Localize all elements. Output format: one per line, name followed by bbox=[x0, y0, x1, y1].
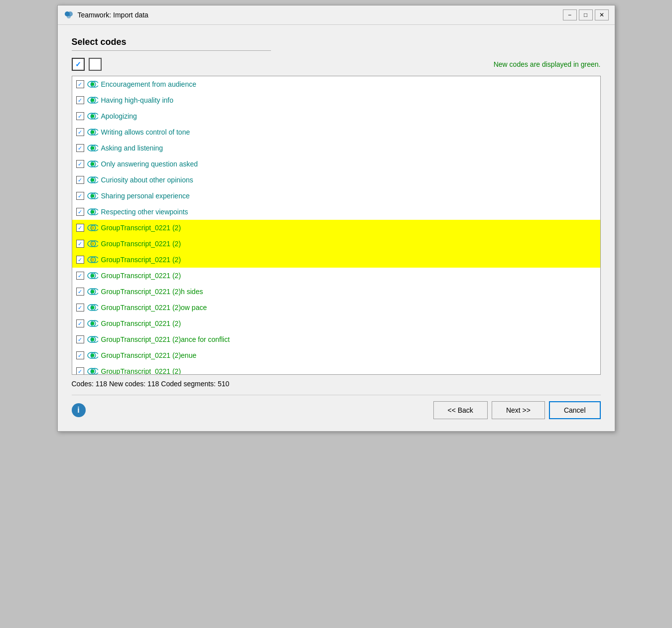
svg-point-8 bbox=[91, 99, 94, 102]
list-item-checkbox[interactable]: ✓ bbox=[76, 80, 84, 88]
back-button[interactable]: << Back bbox=[433, 401, 488, 419]
list-item-checkbox[interactable]: ✓ bbox=[76, 224, 84, 232]
code-icon bbox=[87, 367, 98, 375]
code-icon bbox=[87, 207, 98, 216]
list-item-text: GroupTranscript_0221 (2)ow pace bbox=[101, 304, 207, 312]
list-item[interactable]: ✓ Respecting other viewpoints bbox=[72, 204, 600, 220]
list-item-checkbox[interactable]: ✓ bbox=[76, 335, 84, 343]
code-icon bbox=[87, 144, 98, 153]
svg-point-38 bbox=[91, 258, 94, 262]
list-item-text: Writing allows control of tone bbox=[101, 128, 190, 136]
title-bar: Teamwork: Import data − □ ✕ bbox=[58, 5, 615, 25]
list-item-text: GroupTranscript_0221 (2)ance for conflic… bbox=[101, 335, 230, 343]
list-item[interactable]: ✓ GroupTranscript_0221 (2) bbox=[72, 236, 600, 252]
code-icon bbox=[87, 351, 98, 360]
list-item-checkbox[interactable]: ✓ bbox=[76, 96, 84, 104]
svg-point-41 bbox=[91, 274, 94, 278]
list-item-text: Respecting other viewpoints bbox=[101, 208, 188, 216]
close-button[interactable]: ✕ bbox=[595, 9, 609, 20]
svg-point-44 bbox=[91, 290, 94, 294]
list-item[interactable]: ✓ GroupTranscript_0221 (2)h sides bbox=[72, 284, 600, 300]
info-icon[interactable]: i bbox=[72, 403, 86, 417]
deselect-all-button[interactable] bbox=[89, 58, 102, 71]
toolbar: New codes are displayed in green. bbox=[72, 58, 601, 71]
code-icon bbox=[87, 175, 98, 184]
list-item-checkbox[interactable]: ✓ bbox=[76, 144, 84, 152]
list-item-checkbox[interactable]: ✓ bbox=[76, 112, 84, 120]
list-item-text: Having high-quality info bbox=[101, 96, 174, 104]
code-icon bbox=[87, 191, 98, 200]
list-item-checkbox[interactable]: ✓ bbox=[76, 240, 84, 248]
section-divider bbox=[72, 50, 271, 51]
list-item[interactable]: ✓ GroupTranscript_0221 (2) bbox=[72, 363, 600, 375]
code-icon bbox=[87, 319, 98, 328]
svg-point-53 bbox=[91, 338, 94, 341]
list-item-checkbox[interactable]: ✓ bbox=[76, 176, 84, 184]
list-item[interactable]: ✓ Having high-quality info bbox=[72, 92, 600, 108]
list-item-checkbox[interactable]: ✓ bbox=[76, 160, 84, 168]
cancel-button[interactable]: Cancel bbox=[549, 401, 601, 419]
status-bar: Codes: 118 New codes: 118 Coded segments… bbox=[72, 375, 601, 391]
code-icon bbox=[87, 271, 98, 280]
list-item-checkbox[interactable]: ✓ bbox=[76, 272, 84, 280]
code-icon bbox=[87, 239, 98, 248]
code-icon bbox=[87, 255, 98, 264]
list-item[interactable]: ✓ GroupTranscript_0221 (2) bbox=[72, 315, 600, 331]
svg-point-26 bbox=[91, 194, 94, 198]
list-item[interactable]: ✓ GroupTranscript_0221 (2)enue bbox=[72, 347, 600, 363]
list-item-checkbox[interactable]: ✓ bbox=[76, 192, 84, 200]
next-button[interactable]: Next >> bbox=[492, 401, 545, 419]
list-item-text: GroupTranscript_0221 (2) bbox=[101, 256, 181, 264]
window-controls: − □ ✕ bbox=[563, 9, 609, 20]
list-item[interactable]: ✓ Curiosity about other opinions bbox=[72, 172, 600, 188]
svg-point-23 bbox=[91, 178, 94, 182]
list-item-checkbox[interactable]: ✓ bbox=[76, 288, 84, 296]
footer-buttons: << Back Next >> Cancel bbox=[433, 401, 601, 419]
list-item-text: GroupTranscript_0221 (2) bbox=[101, 272, 181, 280]
list-item-checkbox[interactable]: ✓ bbox=[76, 351, 84, 359]
list-item[interactable]: ✓ GroupTranscript_0221 (2) bbox=[72, 220, 600, 236]
list-item-checkbox[interactable]: ✓ bbox=[76, 304, 84, 312]
svg-point-20 bbox=[91, 162, 94, 166]
svg-point-56 bbox=[91, 354, 94, 357]
list-item-checkbox[interactable]: ✓ bbox=[76, 319, 84, 327]
list-item-text: Only answering question asked bbox=[101, 160, 198, 168]
list-item-text: Asking and listening bbox=[101, 144, 163, 152]
list-item[interactable]: ✓ Apologizing bbox=[72, 108, 600, 124]
code-icon bbox=[87, 80, 98, 89]
list-item[interactable]: ✓ GroupTranscript_0221 (2)ance for confl… bbox=[72, 331, 600, 347]
list-item[interactable]: ✓ Only answering question asked bbox=[72, 156, 600, 172]
list-item[interactable]: ✓ GroupTranscript_0221 (2) bbox=[72, 268, 600, 284]
list-item[interactable]: ✓ Sharing personal experience bbox=[72, 188, 600, 204]
window-title: Teamwork: Import data bbox=[78, 11, 148, 19]
svg-point-5 bbox=[91, 83, 94, 86]
list-item-checkbox[interactable]: ✓ bbox=[76, 256, 84, 264]
svg-point-47 bbox=[91, 306, 94, 310]
list-item[interactable]: ✓ Asking and listening bbox=[72, 140, 600, 156]
content-area: Select codes New codes are displayed in … bbox=[58, 25, 615, 431]
code-icon bbox=[87, 335, 98, 344]
main-window: Teamwork: Import data − □ ✕ Select codes… bbox=[57, 5, 615, 432]
minimize-button[interactable]: − bbox=[563, 9, 577, 20]
list-item-checkbox[interactable]: ✓ bbox=[76, 208, 84, 216]
svg-point-35 bbox=[91, 242, 94, 246]
code-icon bbox=[87, 287, 98, 296]
list-item[interactable]: ✓ GroupTranscript_0221 (2)ow pace bbox=[72, 300, 600, 315]
maximize-button[interactable]: □ bbox=[579, 9, 593, 20]
svg-point-14 bbox=[91, 131, 94, 134]
list-item-text: GroupTranscript_0221 (2)enue bbox=[101, 351, 197, 359]
footer: i << Back Next >> Cancel bbox=[72, 395, 601, 423]
list-item-text: GroupTranscript_0221 (2) bbox=[101, 224, 181, 232]
svg-point-59 bbox=[91, 370, 94, 373]
list-item[interactable]: ✓ Encouragement from audience bbox=[72, 76, 600, 92]
app-icon bbox=[64, 10, 74, 20]
codes-list[interactable]: ✓ Encouragement from audience✓ Having hi… bbox=[72, 76, 601, 375]
list-item-checkbox[interactable]: ✓ bbox=[76, 367, 84, 375]
code-icon bbox=[87, 112, 98, 121]
list-item[interactable]: ✓ GroupTranscript_0221 (2) bbox=[72, 252, 600, 268]
svg-point-11 bbox=[91, 115, 94, 118]
list-item-checkbox[interactable]: ✓ bbox=[76, 128, 84, 136]
list-item[interactable]: ✓ Writing allows control of tone bbox=[72, 124, 600, 140]
footer-left: i bbox=[72, 403, 86, 417]
select-all-button[interactable] bbox=[72, 58, 85, 71]
